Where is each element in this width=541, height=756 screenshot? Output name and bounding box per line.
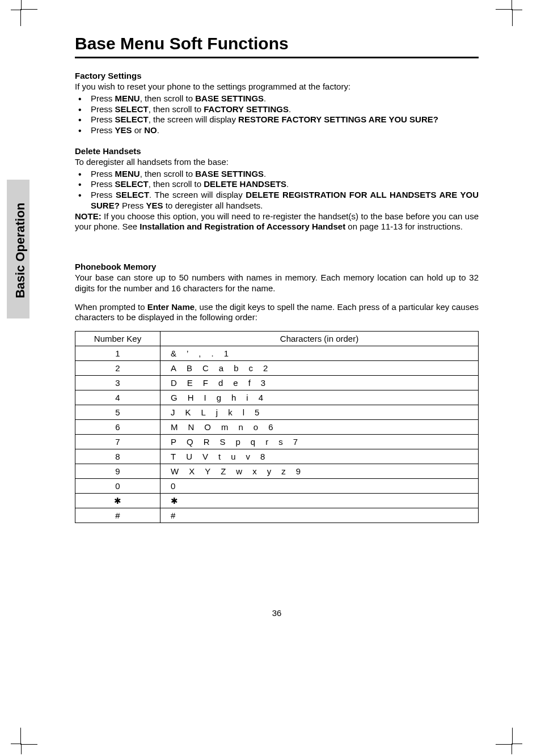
cell-chars: DEFdef3 (160, 376, 479, 390)
delete-handsets-heading: Delete Handsets (75, 146, 479, 156)
list-item: Press SELECT, then scroll to DELETE HAND… (75, 179, 479, 190)
list-item: Press YES or NO. (75, 125, 479, 136)
crop-mark-bl (20, 728, 37, 745)
page-body: Base Menu Soft Functions Factory Setting… (75, 34, 479, 705)
factory-settings-intro: If you wish to reset your phone to the s… (75, 82, 479, 92)
list-item: Press SELECT, the screen will display RE… (75, 114, 479, 125)
table-row: 5JKLjkl5 (75, 405, 479, 420)
cell-key: 3 (75, 376, 160, 390)
cell-chars: TUVtuv8 (160, 449, 479, 464)
cell-key: 1 (75, 346, 160, 361)
cell-chars: MNOmno6 (160, 420, 479, 435)
cell-chars: 0 (160, 479, 479, 494)
list-item: Press SELECT. The screen will display DE… (75, 190, 479, 211)
cell-key: # (75, 508, 160, 523)
cell-key: 7 (75, 435, 160, 449)
table-row: 6MNOmno6 (75, 420, 479, 435)
title-rule (75, 57, 479, 58)
side-tab-label: Basic Operation (13, 188, 28, 313)
cell-key: 0 (75, 479, 160, 494)
table-row: 4GHIghi4 (75, 390, 479, 405)
cell-chars: ABCabc2 (160, 361, 479, 376)
phonebook-p1: Your base can store up to 50 numbers wit… (75, 273, 479, 294)
factory-settings-list: Press MENU, then scroll to BASE SETTINGS… (75, 94, 479, 136)
cell-key: 9 (75, 464, 160, 479)
phonebook-heading: Phonebook Memory (75, 262, 479, 271)
cell-key: 6 (75, 420, 160, 435)
phonebook-p2: When prompted to Enter Name, use the dig… (75, 302, 479, 324)
list-item: Press MENU, then scroll to BASE SETTINGS… (75, 94, 479, 104)
crop-mark-tr (496, 9, 513, 26)
table-row: ## (75, 508, 479, 523)
crop-mark-tl (20, 9, 37, 26)
list-item: Press SELECT, then scroll to FACTORY SET… (75, 104, 479, 115)
side-tab: Basic Operation (7, 180, 29, 318)
page-title: Base Menu Soft Functions (75, 34, 479, 53)
table-row: 3DEFdef3 (75, 376, 479, 390)
cell-key: 8 (75, 449, 160, 464)
cell-chars: ✱ (160, 494, 479, 508)
crop-mark-br (496, 728, 513, 745)
list-item: Press MENU, then scroll to BASE SETTINGS… (75, 169, 479, 180)
delete-handsets-list: Press MENU, then scroll to BASE SETTINGS… (75, 169, 479, 211)
cell-key: ✱ (75, 494, 160, 508)
page-number: 36 (75, 608, 479, 618)
cell-chars: # (160, 508, 479, 523)
table-head-row: Number Key Characters (in order) (75, 332, 479, 346)
th-characters: Characters (in order) (160, 332, 479, 346)
character-table: Number Key Characters (in order) 1&’,.12… (75, 331, 479, 523)
table-row: 9WXYZwxyz9 (75, 464, 479, 479)
table-row: 8TUVtuv8 (75, 449, 479, 464)
cell-chars: WXYZwxyz9 (160, 464, 479, 479)
cell-key: 2 (75, 361, 160, 376)
cell-chars: GHIghi4 (160, 390, 479, 405)
factory-settings-heading: Factory Settings (75, 71, 479, 80)
cell-key: 4 (75, 390, 160, 405)
table-row: 1&’,.1 (75, 346, 479, 361)
delete-handsets-intro: To deregister all handsets from the base… (75, 157, 479, 168)
cell-key: 5 (75, 405, 160, 420)
cell-chars: JKLjkl5 (160, 405, 479, 420)
table-row: 00 (75, 479, 479, 494)
th-number-key: Number Key (75, 332, 160, 346)
cell-chars: &’,.1 (160, 346, 479, 361)
table-row: 2ABCabc2 (75, 361, 479, 376)
delete-handsets-note: NOTE: If you choose this option, you wil… (75, 211, 479, 233)
cell-chars: PQRSpqrs7 (160, 435, 479, 449)
table-row: 7PQRSpqrs7 (75, 435, 479, 449)
table-row: ✱✱ (75, 494, 479, 508)
